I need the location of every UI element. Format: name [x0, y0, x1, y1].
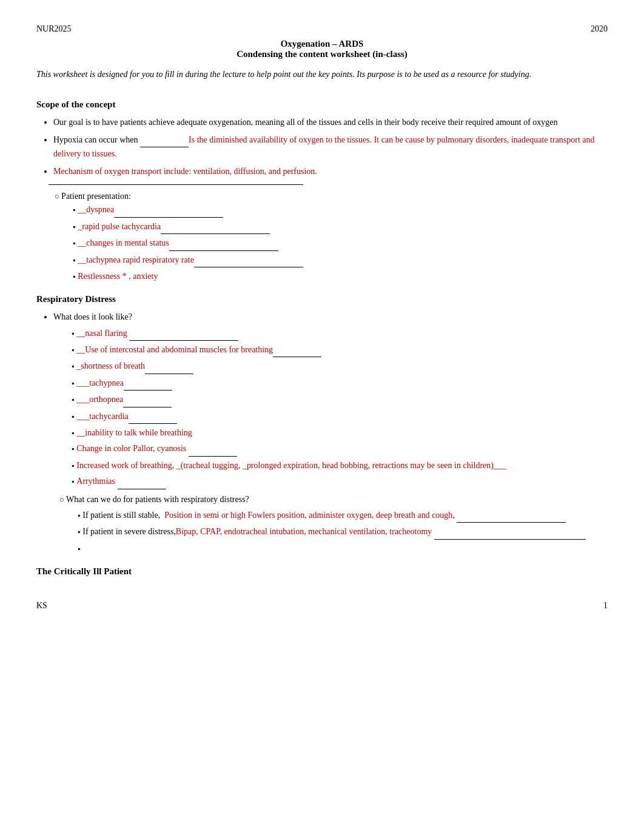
- blank-hypoxia: [140, 133, 189, 147]
- patient-presentation-block: Patient presentation: __dyspnea _rapid p…: [49, 184, 608, 283]
- main-title: Oxygenation – ARDS: [36, 39, 608, 49]
- patient-presentation-item: Patient presentation: __dyspnea _rapid p…: [55, 190, 608, 283]
- what-can-do-label: What can we do for patients with respira…: [66, 495, 249, 504]
- stable-patient: If patient is still stable, Position in …: [78, 509, 608, 523]
- course-code: NUR2025: [36, 24, 72, 34]
- orthopnea-item: ___orthopnea: [72, 393, 608, 407]
- bullet-2: Hypoxia can occur when Is the diminished…: [53, 133, 608, 161]
- pres-mental: __changes in mental status: [73, 236, 608, 250]
- divider: [49, 184, 303, 185]
- arrythmias: Arrythmias: [72, 475, 608, 489]
- presentation-square-list: __dyspnea _rapid pulse tachycardia __cha…: [73, 203, 608, 283]
- distress-items: __nasal flaring __Use of intercostal and…: [72, 327, 608, 489]
- shortness-breath: _shortness of breath: [72, 360, 608, 374]
- section2-heading: Respiratory Distress: [36, 294, 608, 304]
- pres-restlessness: Restlessness * , anxiety: [73, 270, 608, 283]
- what-look-like: What does it look like? __nasal flaring …: [53, 310, 608, 555]
- mechanism-text: Mechanism of oxygen transport include: v…: [53, 167, 317, 176]
- bullet-3: Mechanism of oxygen transport include: v…: [53, 165, 608, 178]
- color-change: Change in color Pallor, cyanosis: [72, 442, 608, 456]
- tachypnea-item: ___tachypnea: [72, 377, 608, 391]
- pres-dyspnea: __dyspnea: [73, 203, 608, 217]
- work-breathing: Increased work of breathing, _(tracheal …: [72, 459, 608, 472]
- intercostal: __Use of intercostal and abdominal muscl…: [72, 343, 608, 357]
- circle-list: Patient presentation: __dyspnea _rapid p…: [55, 190, 608, 283]
- section1-bullets: Our goal is to have patients achieve ade…: [53, 116, 608, 178]
- header-row: NUR2025 2020: [36, 24, 608, 34]
- year: 2020: [591, 24, 608, 34]
- subtitle: Condensing the content worksheet (in-cla…: [36, 49, 608, 59]
- tachycardia-item: ___tachycardia: [72, 410, 608, 424]
- section2-bullets: What does it look like? __nasal flaring …: [53, 310, 608, 555]
- section1-heading: Scope of the concept: [36, 99, 608, 110]
- inability-talk: __inability to talk while breathing: [72, 426, 608, 440]
- pres-pulse: _rapid pulse tachycardia: [73, 220, 608, 234]
- bullet-1: Our goal is to have patients achieve ade…: [53, 116, 608, 129]
- intro-text: This worksheet is designed for you to fi…: [36, 68, 608, 81]
- hypoxia-answer: Is the diminished availability of oxygen…: [53, 135, 595, 158]
- footer: KS 1: [36, 601, 608, 611]
- footer-initials: KS: [36, 601, 47, 611]
- pres-tachypnea: __tachypnea rapid respiratory rate: [73, 253, 608, 267]
- what-can-do-item: What can we do for patients with respira…: [59, 493, 608, 556]
- what-look-like-text: What does it look like?: [53, 312, 132, 321]
- section3-heading: The Critically Ill Patient: [36, 566, 608, 577]
- nasal-flaring: __nasal flaring: [72, 327, 608, 341]
- severe-distress: If patient in severe distress, Bipap, CP…: [78, 525, 608, 539]
- can-do-items: If patient is still stable, Position in …: [78, 509, 608, 555]
- footer-page: 1: [603, 601, 608, 611]
- title-block: Oxygenation – ARDS Condensing the conten…: [36, 39, 608, 59]
- what-can-do-list: What can we do for patients with respira…: [59, 493, 608, 556]
- patient-presentation-label: Patient presentation:: [61, 192, 131, 201]
- empty-bullet: [78, 542, 608, 555]
